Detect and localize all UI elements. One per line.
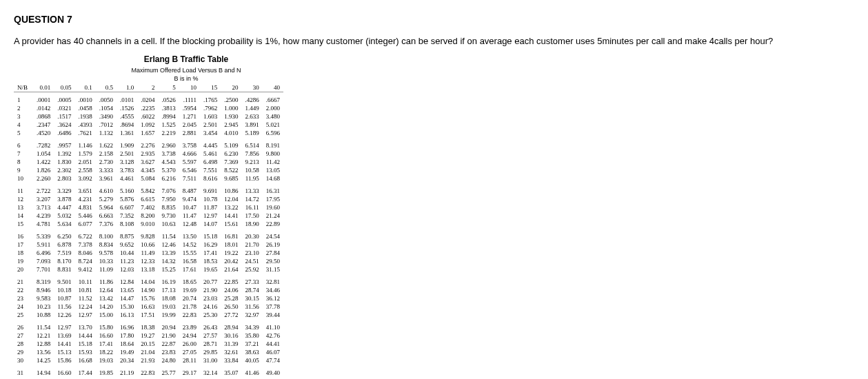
value-cell: 34.39 bbox=[242, 324, 263, 332]
value-cell: 2.722 bbox=[33, 187, 54, 196]
value-cell: 31.15 bbox=[263, 266, 283, 274]
value-cell: 14.41 bbox=[54, 340, 74, 349]
value-cell: 27.72 bbox=[221, 311, 241, 320]
value-cell: .2235 bbox=[137, 105, 158, 113]
value-cell: 12.48 bbox=[179, 221, 200, 229]
value-cell: 10.66 bbox=[137, 241, 158, 249]
value-cell: 4.781 bbox=[33, 221, 54, 229]
value-cell: .2500 bbox=[221, 96, 241, 105]
value-cell: 37.21 bbox=[242, 340, 263, 349]
value-cell: .1517 bbox=[54, 113, 74, 121]
value-cell: 3.758 bbox=[179, 142, 200, 150]
value-cell: 12.97 bbox=[54, 324, 74, 332]
col-header: 15 bbox=[200, 83, 221, 92]
value-cell: 22.87 bbox=[159, 340, 179, 349]
value-cell: 11.86 bbox=[96, 278, 117, 287]
value-cell: 28.71 bbox=[200, 340, 221, 349]
col-header: 30 bbox=[242, 83, 263, 92]
value-cell: 5.279 bbox=[96, 196, 117, 204]
value-cell: 6.546 bbox=[179, 167, 200, 175]
value-cell: 22.85 bbox=[221, 278, 241, 287]
value-cell: 17.50 bbox=[242, 212, 263, 221]
value-cell: 15.18 bbox=[75, 340, 96, 349]
value-cell: 12.84 bbox=[117, 278, 137, 287]
value-cell: 33.84 bbox=[221, 357, 241, 365]
value-cell: 27.57 bbox=[200, 332, 221, 340]
value-cell: 8.522 bbox=[221, 167, 241, 175]
value-cell: 19.65 bbox=[200, 266, 221, 274]
value-cell: .3813 bbox=[159, 105, 179, 113]
value-cell: 12.24 bbox=[75, 303, 96, 311]
value-cell: 2.881 bbox=[179, 130, 200, 138]
n-cell: 26 bbox=[14, 324, 33, 332]
value-cell: 24.80 bbox=[159, 357, 179, 365]
value-cell: 18.01 bbox=[221, 241, 241, 249]
value-cell: 21.24 bbox=[263, 212, 283, 221]
value-cell: 3.454 bbox=[200, 130, 221, 138]
value-cell: .8694 bbox=[117, 121, 137, 130]
value-cell: 21.78 bbox=[179, 303, 200, 311]
value-cell: 21.70 bbox=[242, 241, 263, 249]
value-cell: 32.97 bbox=[242, 311, 263, 320]
table-title: Erlang B Traffic Table bbox=[14, 54, 359, 64]
col-header: 10 bbox=[179, 83, 200, 92]
row-group: 2611.5412.9713.7015.8016.9618.3820.9423.… bbox=[14, 320, 283, 365]
value-cell: 8.170 bbox=[54, 258, 74, 266]
value-cell: 2.558 bbox=[75, 167, 96, 175]
value-cell: 13.42 bbox=[96, 295, 117, 303]
value-cell: 14.32 bbox=[159, 258, 179, 266]
n-cell: 28 bbox=[14, 340, 33, 349]
value-cell: 2.960 bbox=[159, 142, 179, 150]
value-cell: 7.402 bbox=[137, 204, 158, 212]
n-cell: 6 bbox=[14, 142, 33, 150]
value-cell: 3.961 bbox=[96, 175, 117, 183]
col-header: 2 bbox=[137, 83, 158, 92]
row-group: 1.0001.0005.0010.0050.0101.0204.0526.111… bbox=[14, 92, 283, 138]
question-text: A provider has 40 channels in a cell. If… bbox=[14, 36, 854, 46]
value-cell: 16.31 bbox=[263, 187, 283, 196]
value-cell: 16.60 bbox=[96, 332, 117, 340]
value-cell: 5.911 bbox=[33, 241, 54, 249]
col-header: 0.01 bbox=[33, 83, 54, 92]
value-cell: 2.501 bbox=[117, 150, 137, 158]
value-cell: 12.26 bbox=[54, 311, 74, 320]
value-cell: .4555 bbox=[117, 113, 137, 121]
value-cell: 28.74 bbox=[242, 287, 263, 295]
value-cell: 13.70 bbox=[75, 324, 96, 332]
value-cell: 47.74 bbox=[263, 357, 283, 365]
value-cell: 11.49 bbox=[137, 249, 158, 258]
value-cell: 12.97 bbox=[75, 311, 96, 320]
value-cell: 15.30 bbox=[117, 303, 137, 311]
table-row: 239.58310.8711.5213.4214.4715.7618.0820.… bbox=[14, 295, 283, 303]
value-cell: 31.56 bbox=[242, 303, 263, 311]
value-cell: 14.68 bbox=[263, 175, 283, 183]
value-cell: 12.64 bbox=[96, 287, 117, 295]
value-cell: 1.271 bbox=[179, 113, 200, 121]
value-cell: 19.85 bbox=[96, 369, 117, 378]
value-cell: .1526 bbox=[117, 105, 137, 113]
value-cell: 15.18 bbox=[200, 233, 221, 241]
value-cell: 16.63 bbox=[137, 303, 158, 311]
n-cell: 14 bbox=[14, 212, 33, 221]
value-cell: 14.52 bbox=[179, 241, 200, 249]
value-cell: 44.41 bbox=[263, 340, 283, 349]
value-cell: 22.89 bbox=[263, 221, 283, 229]
value-cell: 6.514 bbox=[242, 142, 263, 150]
value-cell: 1.830 bbox=[54, 158, 74, 167]
value-cell: 10.78 bbox=[200, 196, 221, 204]
value-cell: 41.46 bbox=[242, 369, 263, 378]
value-cell: 10.18 bbox=[54, 287, 74, 295]
col-header: 0.5 bbox=[96, 83, 117, 92]
table-row: 1.0001.0005.0010.0050.0101.0204.0526.111… bbox=[14, 96, 283, 105]
value-cell: 3.092 bbox=[75, 175, 96, 183]
value-cell: 1.603 bbox=[200, 113, 221, 121]
value-cell: 9.685 bbox=[221, 175, 241, 183]
n-cell: 16 bbox=[14, 233, 33, 241]
value-cell: 42.76 bbox=[263, 332, 283, 340]
table-row: 133.7134.4474.8315.9646.6077.4028.83510.… bbox=[14, 204, 283, 212]
value-cell: .9957 bbox=[54, 142, 74, 150]
col-header: 0.05 bbox=[54, 83, 74, 92]
value-cell: 6.607 bbox=[117, 204, 137, 212]
table-row: 218.3199.50110.1111.8612.8414.0416.1918.… bbox=[14, 278, 283, 287]
value-cell: .0458 bbox=[75, 105, 96, 113]
